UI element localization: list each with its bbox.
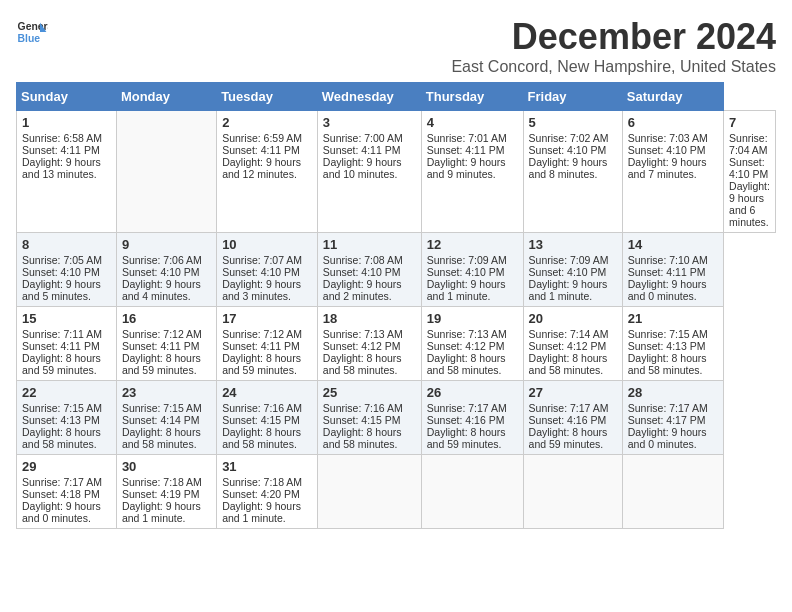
- day-number: 31: [222, 459, 312, 474]
- table-row: 31Sunrise: 7:18 AMSunset: 4:20 PMDayligh…: [217, 455, 318, 529]
- table-row: 7Sunrise: 7:04 AMSunset: 4:10 PMDaylight…: [724, 111, 776, 233]
- day-number: 17: [222, 311, 312, 326]
- table-row: 29Sunrise: 7:17 AMSunset: 4:18 PMDayligh…: [17, 455, 117, 529]
- day-number: 8: [22, 237, 111, 252]
- table-row: 4Sunrise: 7:01 AMSunset: 4:11 PMDaylight…: [421, 111, 523, 233]
- header-friday: Friday: [523, 83, 622, 111]
- table-row: 14Sunrise: 7:10 AMSunset: 4:11 PMDayligh…: [622, 233, 723, 307]
- table-row: 24Sunrise: 7:16 AMSunset: 4:15 PMDayligh…: [217, 381, 318, 455]
- header-saturday: Saturday: [622, 83, 723, 111]
- table-row: 3Sunrise: 7:00 AMSunset: 4:11 PMDaylight…: [317, 111, 421, 233]
- table-row: 28Sunrise: 7:17 AMSunset: 4:17 PMDayligh…: [622, 381, 723, 455]
- day-number: 29: [22, 459, 111, 474]
- title-area: December 2024 East Concord, New Hampshir…: [451, 16, 776, 76]
- day-number: 25: [323, 385, 416, 400]
- table-row: [523, 455, 622, 529]
- day-number: 2: [222, 115, 312, 130]
- svg-text:Blue: Blue: [18, 33, 41, 44]
- table-row: 10Sunrise: 7:07 AMSunset: 4:10 PMDayligh…: [217, 233, 318, 307]
- table-row: 26Sunrise: 7:17 AMSunset: 4:16 PMDayligh…: [421, 381, 523, 455]
- day-number: 15: [22, 311, 111, 326]
- day-number: 21: [628, 311, 718, 326]
- calendar-table: Sunday Monday Tuesday Wednesday Thursday…: [16, 82, 776, 529]
- table-row: 11Sunrise: 7:08 AMSunset: 4:10 PMDayligh…: [317, 233, 421, 307]
- table-row: 2Sunrise: 6:59 AMSunset: 4:11 PMDaylight…: [217, 111, 318, 233]
- table-row: 12Sunrise: 7:09 AMSunset: 4:10 PMDayligh…: [421, 233, 523, 307]
- location-subtitle: East Concord, New Hampshire, United Stat…: [451, 58, 776, 76]
- week-row-2: 15Sunrise: 7:11 AMSunset: 4:11 PMDayligh…: [17, 307, 776, 381]
- day-number: 10: [222, 237, 312, 252]
- table-row: 17Sunrise: 7:12 AMSunset: 4:11 PMDayligh…: [217, 307, 318, 381]
- table-row: 22Sunrise: 7:15 AMSunset: 4:13 PMDayligh…: [17, 381, 117, 455]
- week-row-0: 1Sunrise: 6:58 AMSunset: 4:11 PMDaylight…: [17, 111, 776, 233]
- day-number: 1: [22, 115, 111, 130]
- day-number: 22: [22, 385, 111, 400]
- day-number: 13: [529, 237, 617, 252]
- week-row-3: 22Sunrise: 7:15 AMSunset: 4:13 PMDayligh…: [17, 381, 776, 455]
- table-row: 5Sunrise: 7:02 AMSunset: 4:10 PMDaylight…: [523, 111, 622, 233]
- day-number: 14: [628, 237, 718, 252]
- day-number: 16: [122, 311, 211, 326]
- header-tuesday: Tuesday: [217, 83, 318, 111]
- day-number: 24: [222, 385, 312, 400]
- table-row: 8Sunrise: 7:05 AMSunset: 4:10 PMDaylight…: [17, 233, 117, 307]
- header-monday: Monday: [116, 83, 216, 111]
- table-row: 27Sunrise: 7:17 AMSunset: 4:16 PMDayligh…: [523, 381, 622, 455]
- day-number: 23: [122, 385, 211, 400]
- table-row: 23Sunrise: 7:15 AMSunset: 4:14 PMDayligh…: [116, 381, 216, 455]
- table-row: 13Sunrise: 7:09 AMSunset: 4:10 PMDayligh…: [523, 233, 622, 307]
- table-row: 25Sunrise: 7:16 AMSunset: 4:15 PMDayligh…: [317, 381, 421, 455]
- day-number: 3: [323, 115, 416, 130]
- table-row: 18Sunrise: 7:13 AMSunset: 4:12 PMDayligh…: [317, 307, 421, 381]
- header-sunday: Sunday: [17, 83, 117, 111]
- header-thursday: Thursday: [421, 83, 523, 111]
- day-number: 6: [628, 115, 718, 130]
- table-row: [421, 455, 523, 529]
- table-row: 16Sunrise: 7:12 AMSunset: 4:11 PMDayligh…: [116, 307, 216, 381]
- table-row: [116, 111, 216, 233]
- table-row: 30Sunrise: 7:18 AMSunset: 4:19 PMDayligh…: [116, 455, 216, 529]
- day-number: 26: [427, 385, 518, 400]
- table-row: [622, 455, 723, 529]
- table-row: [317, 455, 421, 529]
- day-number: 30: [122, 459, 211, 474]
- table-row: 6Sunrise: 7:03 AMSunset: 4:10 PMDaylight…: [622, 111, 723, 233]
- day-number: 11: [323, 237, 416, 252]
- day-number: 7: [729, 115, 770, 130]
- table-row: 1Sunrise: 6:58 AMSunset: 4:11 PMDaylight…: [17, 111, 117, 233]
- table-row: 9Sunrise: 7:06 AMSunset: 4:10 PMDaylight…: [116, 233, 216, 307]
- day-number: 12: [427, 237, 518, 252]
- day-number: 19: [427, 311, 518, 326]
- table-row: 15Sunrise: 7:11 AMSunset: 4:11 PMDayligh…: [17, 307, 117, 381]
- table-row: 19Sunrise: 7:13 AMSunset: 4:12 PMDayligh…: [421, 307, 523, 381]
- day-number: 5: [529, 115, 617, 130]
- logo: General Blue: [16, 16, 48, 48]
- week-row-1: 8Sunrise: 7:05 AMSunset: 4:10 PMDaylight…: [17, 233, 776, 307]
- header-row: Sunday Monday Tuesday Wednesday Thursday…: [17, 83, 776, 111]
- week-row-4: 29Sunrise: 7:17 AMSunset: 4:18 PMDayligh…: [17, 455, 776, 529]
- month-title: December 2024: [451, 16, 776, 58]
- header-wednesday: Wednesday: [317, 83, 421, 111]
- table-row: 21Sunrise: 7:15 AMSunset: 4:13 PMDayligh…: [622, 307, 723, 381]
- day-number: 27: [529, 385, 617, 400]
- table-row: 20Sunrise: 7:14 AMSunset: 4:12 PMDayligh…: [523, 307, 622, 381]
- day-number: 4: [427, 115, 518, 130]
- day-number: 9: [122, 237, 211, 252]
- day-number: 28: [628, 385, 718, 400]
- logo-icon: General Blue: [16, 16, 48, 48]
- day-number: 20: [529, 311, 617, 326]
- day-number: 18: [323, 311, 416, 326]
